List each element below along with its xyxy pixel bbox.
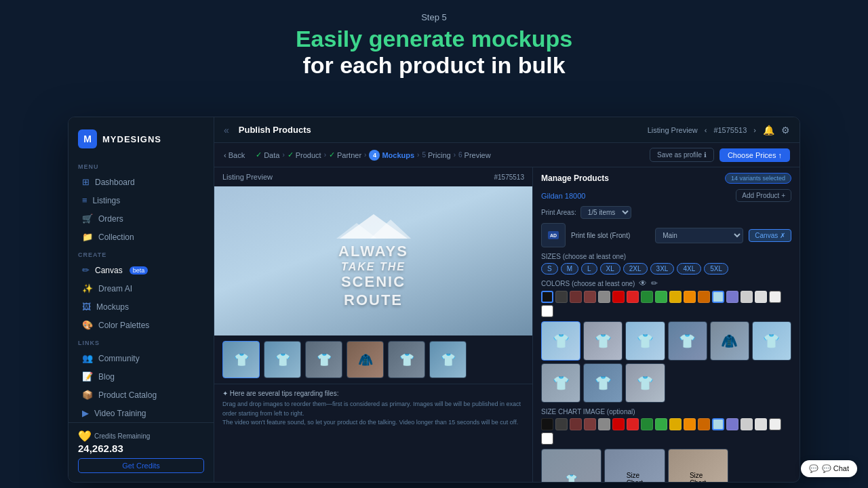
size-2xl[interactable]: 2XL <box>623 263 648 274</box>
sc-color-purple[interactable] <box>726 418 738 430</box>
sidebar-item-video-training[interactable]: ▶ Video Training <box>73 404 210 422</box>
bc-preview[interactable]: 6 Preview <box>458 151 491 159</box>
add-product-button[interactable]: Add Product + <box>736 189 791 202</box>
mockup-3[interactable]: 👕 <box>625 321 665 361</box>
sc-thumb-3[interactable]: SizeChart <box>668 449 728 482</box>
settings-icon[interactable]: ⚙ <box>781 125 790 136</box>
back-button[interactable]: ‹ Back <box>224 151 245 159</box>
sc-color-bright-red[interactable] <box>627 418 639 430</box>
thumb-4[interactable]: 🧥 <box>347 341 384 378</box>
color-bright-red[interactable] <box>627 291 639 303</box>
product-name-link[interactable]: Gildan 18000 <box>541 192 585 200</box>
sc-color-light-gray[interactable] <box>741 418 753 430</box>
get-credits-button[interactable]: Get Credits <box>78 458 204 473</box>
sidebar-item-listings[interactable]: ≡ Listings <box>73 191 210 209</box>
sc-color-dark-gray[interactable] <box>555 418 568 430</box>
mockup-5[interactable]: 🧥 <box>710 321 749 361</box>
sc-thumb-2[interactable]: SizeChart <box>604 449 665 482</box>
color-gold[interactable] <box>669 291 682 303</box>
mockup-4[interactable]: 👕 <box>668 321 707 361</box>
sc-color-gold[interactable] <box>669 418 682 430</box>
color-light-blue[interactable] <box>712 291 724 303</box>
size-3xl[interactable]: 3XL <box>650 263 675 274</box>
bc-mockups[interactable]: 4 Mockups <box>369 150 414 161</box>
color-dark-gray[interactable] <box>555 291 568 303</box>
collection-icon: 📁 <box>82 232 93 242</box>
color-red[interactable] <box>612 291 625 303</box>
choose-prices-button[interactable]: Choose Prices ↑ <box>719 148 790 162</box>
size-5xl[interactable]: 5XL <box>704 263 728 274</box>
chevron-right-icon[interactable]: › <box>753 126 756 134</box>
notification-icon[interactable]: 🔔 <box>763 125 774 136</box>
chevron-left-icon[interactable]: ‹ <box>705 126 707 134</box>
canvas-button[interactable]: Canvas ✗ <box>749 229 791 242</box>
sc-color-silver[interactable] <box>755 418 767 430</box>
size-s[interactable]: S <box>541 263 558 274</box>
sc-color-dark-orange[interactable] <box>698 418 710 430</box>
thumb-1[interactable]: 👕 <box>222 341 260 378</box>
mockup-6[interactable]: 👕 <box>752 321 791 361</box>
save-profile-button[interactable]: Save as profile ℹ <box>650 148 714 162</box>
bc-partner[interactable]: ✓ Partner <box>329 150 361 159</box>
size-l[interactable]: L <box>581 263 597 274</box>
sidebar-item-dashboard[interactable]: ⊞ Dashboard <box>73 173 210 191</box>
color-dark-orange[interactable] <box>698 291 710 303</box>
thumb-6[interactable]: 👕 <box>429 341 467 378</box>
sidebar-item-mockups[interactable]: 🖼 Mockups <box>73 298 210 316</box>
sidebar-item-canvas[interactable]: ✏ Canvas beta <box>73 261 210 279</box>
bc-data[interactable]: ✓ Data <box>256 150 279 159</box>
sc-color-bright-green[interactable] <box>655 418 667 430</box>
main-select[interactable]: Main <box>655 228 743 243</box>
color-dark-red[interactable] <box>570 291 582 303</box>
mockup-1[interactable]: 👕 <box>541 321 580 361</box>
color-bright-green[interactable] <box>655 291 667 303</box>
mockup-2[interactable]: 👕 <box>583 321 623 361</box>
dream-ai-icon: ✨ <box>82 283 93 293</box>
collapse-icon[interactable]: « <box>224 125 229 136</box>
mockup-7[interactable]: 👕 <box>541 363 580 403</box>
color-green[interactable] <box>641 291 653 303</box>
bc-pricing[interactable]: 5 Pricing <box>422 151 450 159</box>
sidebar-item-product-catalog[interactable]: 📦 Product Catalog <box>73 386 210 404</box>
sidebar-item-collection[interactable]: 📁 Collection <box>73 228 210 246</box>
sidebar-item-community[interactable]: 👥 Community <box>73 349 210 367</box>
sc-color-green[interactable] <box>641 418 653 430</box>
color-silver[interactable] <box>755 291 767 303</box>
edit-icon[interactable]: ✏ <box>651 279 658 288</box>
sc-color-maroon[interactable] <box>584 418 596 430</box>
sc-thumb-1[interactable]: 👕 <box>541 449 601 482</box>
sidebar-item-color-palettes[interactable]: 🎨 Color Palettes <box>73 316 210 334</box>
color-purple[interactable] <box>726 291 738 303</box>
color-black[interactable] <box>541 291 553 303</box>
bc-product[interactable]: ✓ Product <box>288 150 321 159</box>
sc-color-gray[interactable] <box>598 418 610 430</box>
thumb-3[interactable]: 👕 <box>305 341 342 378</box>
sc-color-red[interactable] <box>612 418 625 430</box>
sc-color-light-blue[interactable] <box>712 418 724 430</box>
items-select[interactable]: 1/5 items <box>580 206 631 219</box>
sidebar-item-blog[interactable]: 📝 Blog <box>73 367 210 386</box>
mockup-9[interactable]: 👕 <box>625 363 665 403</box>
thumb-2[interactable]: 👕 <box>264 341 301 378</box>
color-white[interactable] <box>541 305 553 317</box>
eye-icon[interactable]: 👁 <box>639 279 647 288</box>
mockup-8[interactable]: 👕 <box>583 363 623 403</box>
color-orange[interactable] <box>684 291 696 303</box>
chat-button[interactable]: 💬 💬 Chat <box>801 460 857 477</box>
sc-color-white[interactable] <box>541 432 553 445</box>
sc-color-dark-red[interactable] <box>570 418 582 430</box>
color-maroon[interactable] <box>584 291 596 303</box>
sidebar-item-dream-ai[interactable]: ✨ Dream AI <box>73 279 210 298</box>
sc-color-black[interactable] <box>541 418 553 430</box>
color-off-white[interactable] <box>769 291 781 303</box>
color-gray[interactable] <box>598 291 610 303</box>
color-light-gray[interactable] <box>741 291 753 303</box>
size-m[interactable]: M <box>561 263 578 274</box>
size-xl[interactable]: XL <box>600 263 620 274</box>
sc-color-orange[interactable] <box>684 418 696 430</box>
size-4xl[interactable]: 4XL <box>677 263 701 274</box>
sc-color-off-white[interactable] <box>769 418 781 430</box>
sidebar-item-orders[interactable]: 🛒 Orders <box>73 209 210 228</box>
logo-text: MYDESIGNS <box>102 134 161 144</box>
thumb-5[interactable]: 👕 <box>388 341 425 378</box>
